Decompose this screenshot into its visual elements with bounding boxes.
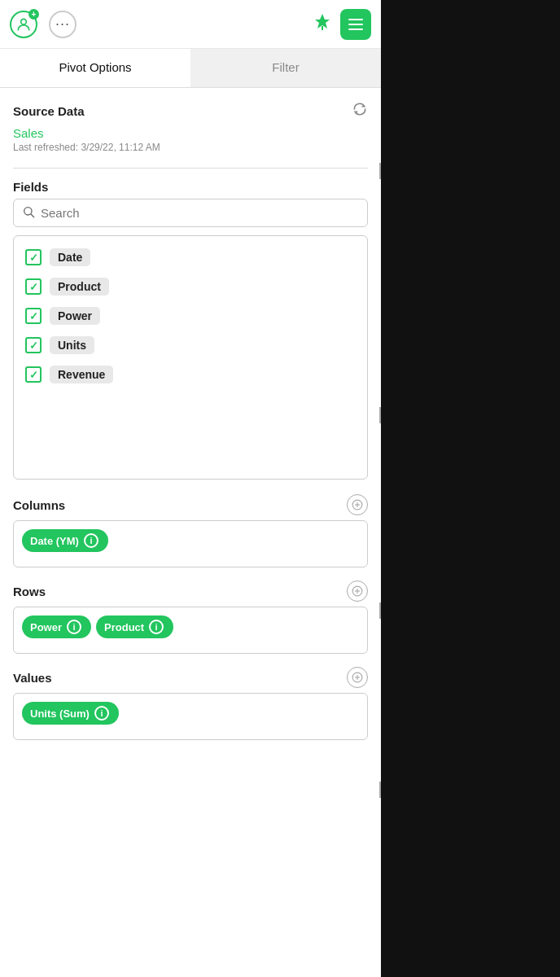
search-box [13, 199, 368, 227]
columns-add-icon [352, 499, 363, 510]
tab-filter[interactable]: Filter [190, 49, 381, 87]
pin-button[interactable] [313, 12, 332, 36]
values-drop-area: Units (Sum) i [13, 693, 368, 740]
field-label-power: Power [50, 307, 100, 325]
checkbox-date[interactable]: ✓ [25, 249, 42, 265]
rows-add-icon [352, 585, 363, 597]
menu-button[interactable] [340, 9, 371, 40]
checkmark-product: ✓ [29, 281, 38, 293]
tag-label: Date (YM) [30, 535, 79, 547]
menu-line-2 [348, 24, 363, 25]
resize-handle-3[interactable] [379, 602, 381, 619]
field-label-date: Date [50, 248, 90, 266]
top-bar: + ··· [0, 0, 381, 49]
source-data-section: Source Data Sales Last refreshed: 3/29/2… [13, 101, 368, 153]
field-label-units: Units [50, 336, 94, 354]
tab-pivot-options[interactable]: Pivot Options [0, 49, 190, 87]
checkmark-date: ✓ [29, 252, 38, 264]
fields-section: Fields ✓ Date [13, 180, 368, 480]
tag-label: Product [104, 621, 144, 633]
list-item[interactable]: ✓ Date [22, 243, 359, 272]
tag-label: Power [30, 621, 62, 633]
columns-drop-area: Date (YM) i [13, 520, 368, 567]
values-add-icon [352, 672, 363, 683]
refresh-button[interactable] [352, 101, 368, 121]
source-data-title: Source Data [13, 104, 85, 118]
rows-title: Rows [13, 585, 46, 598]
search-icon [22, 205, 35, 221]
info-icon[interactable]: i [149, 620, 164, 634]
top-bar-right [313, 9, 371, 40]
checkbox-power[interactable]: ✓ [25, 308, 42, 324]
resize-handle-2[interactable] [379, 407, 381, 423]
svg-point-0 [21, 19, 27, 24]
field-label-product: Product [50, 278, 109, 296]
info-icon[interactable]: i [84, 533, 98, 548]
checkbox-revenue[interactable]: ✓ [25, 366, 42, 383]
rows-add-button[interactable] [347, 581, 368, 602]
values-add-button[interactable] [347, 667, 368, 688]
checkbox-units[interactable]: ✓ [25, 337, 42, 353]
divider-1 [13, 168, 368, 169]
list-item[interactable]: ✓ Revenue [22, 360, 359, 389]
pivot-panel: + ··· Pivot Options Filter [0, 0, 381, 977]
list-item[interactable]: ✓ Power [22, 301, 359, 331]
pin-icon [313, 12, 332, 32]
tabs: Pivot Options Filter [0, 49, 381, 88]
rows-header: Rows [13, 581, 368, 602]
rows-drop-area: Power i Product i [13, 607, 368, 654]
plus-icon: + [28, 9, 39, 20]
info-icon[interactable]: i [94, 706, 109, 721]
tag-label: Units (Sum) [30, 708, 90, 720]
avatar-button[interactable]: + [10, 11, 37, 38]
resize-handle-1[interactable] [379, 163, 381, 179]
columns-header: Columns [13, 494, 368, 515]
values-header: Values [13, 667, 368, 688]
fields-list: ✓ Date ✓ Product ✓ Power [13, 235, 368, 480]
checkbox-product[interactable]: ✓ [25, 278, 42, 295]
field-label-revenue: Revenue [50, 366, 113, 383]
values-tag-units-sum[interactable]: Units (Sum) i [22, 702, 119, 725]
columns-tag-date-ym[interactable]: Date (YM) i [22, 529, 108, 552]
fields-title: Fields [13, 180, 48, 194]
menu-line-3 [348, 28, 363, 30]
values-section: Values Units (Sum) i [13, 667, 368, 740]
checkmark-power: ✓ [29, 310, 38, 322]
source-name: Sales [13, 126, 368, 140]
refresh-icon [352, 101, 368, 117]
values-title: Values [13, 671, 52, 685]
search-input[interactable] [41, 206, 359, 220]
list-item[interactable]: ✓ Product [22, 272, 359, 301]
dots-button[interactable]: ··· [49, 11, 77, 38]
checkmark-units: ✓ [29, 340, 38, 352]
rows-section: Rows Power i Product i [13, 581, 368, 654]
top-bar-left: + ··· [10, 11, 77, 38]
columns-title: Columns [13, 498, 65, 512]
last-refreshed: Last refreshed: 3/29/22, 11:12 AM [13, 142, 368, 153]
columns-add-button[interactable] [347, 494, 368, 515]
info-icon[interactable]: i [67, 620, 81, 634]
list-item[interactable]: ✓ Units [22, 331, 359, 360]
source-data-header: Source Data [13, 101, 368, 121]
checkmark-revenue: ✓ [29, 369, 38, 381]
right-panel [381, 0, 560, 977]
columns-section: Columns Date (YM) i [13, 494, 368, 567]
menu-line-1 [348, 19, 363, 20]
rows-tag-power[interactable]: Power i [22, 616, 91, 638]
rows-tag-product[interactable]: Product i [96, 616, 173, 638]
fields-header: Fields [13, 180, 368, 194]
svg-line-3 [31, 214, 34, 217]
resize-handle-4[interactable] [379, 782, 381, 798]
user-icon [15, 16, 32, 33]
content-area: Source Data Sales Last refreshed: 3/29/2… [0, 88, 381, 977]
